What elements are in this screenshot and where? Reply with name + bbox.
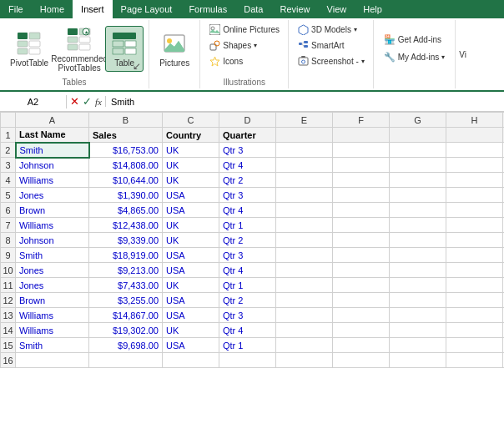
cell[interactable] — [390, 278, 446, 293]
screenshot-button[interactable]: Screenshot - ▾ — [294, 53, 368, 68]
cell[interactable] — [446, 308, 503, 323]
cell-reference-box[interactable]: A2 — [0, 95, 67, 109]
cell[interactable] — [276, 293, 333, 308]
cell[interactable] — [446, 353, 503, 368]
cell[interactable] — [276, 128, 333, 143]
cell[interactable] — [446, 278, 503, 293]
cell[interactable]: UK — [163, 323, 219, 338]
cell[interactable]: $9,698.00 — [89, 338, 163, 353]
cell[interactable] — [390, 233, 446, 248]
cell[interactable]: USA — [163, 248, 219, 263]
cell[interactable] — [446, 323, 503, 338]
cell[interactable] — [276, 143, 333, 158]
cell[interactable] — [390, 128, 446, 143]
cell[interactable] — [446, 233, 503, 248]
cell[interactable]: $14,808.00 — [89, 158, 163, 173]
tab-insert[interactable]: Insert — [73, 0, 113, 18]
cell[interactable] — [446, 158, 503, 173]
3d-models-button[interactable]: 3D Models ▾ — [294, 22, 368, 37]
row-header[interactable]: 1 — [1, 128, 16, 143]
cell[interactable] — [333, 308, 390, 323]
cell[interactable]: Williams — [16, 173, 89, 188]
cell[interactable]: $18,919.00 — [89, 248, 163, 263]
cancel-formula-icon[interactable]: ✕ — [70, 96, 79, 107]
cell[interactable]: Smith — [16, 338, 89, 353]
cell[interactable]: Qtr 3 — [219, 143, 276, 158]
col-header-f[interactable]: F — [333, 113, 390, 128]
cell[interactable] — [276, 308, 333, 323]
row-header[interactable]: 12 — [1, 293, 16, 308]
tab-review[interactable]: Review — [271, 0, 318, 18]
cell[interactable] — [333, 218, 390, 233]
row-header[interactable]: 2 — [1, 143, 16, 158]
row-header[interactable]: 4 — [1, 173, 16, 188]
cell[interactable]: $1,390.00 — [89, 188, 163, 203]
cell[interactable] — [333, 203, 390, 218]
cell[interactable]: $9,339.00 — [89, 233, 163, 248]
cell[interactable] — [276, 353, 333, 368]
cell[interactable] — [276, 203, 333, 218]
cell[interactable]: Smith — [16, 143, 89, 158]
cell[interactable]: Qtr 4 — [219, 158, 276, 173]
cell[interactable] — [446, 338, 503, 353]
col-header-g[interactable]: G — [390, 113, 446, 128]
cell[interactable] — [390, 248, 446, 263]
cell[interactable] — [333, 173, 390, 188]
cell[interactable] — [446, 218, 503, 233]
row-header[interactable]: 8 — [1, 233, 16, 248]
cell[interactable] — [333, 263, 390, 278]
cell[interactable]: Qtr 4 — [219, 263, 276, 278]
cell[interactable] — [446, 173, 503, 188]
cell[interactable]: UK — [163, 173, 219, 188]
cell[interactable]: USA — [163, 263, 219, 278]
cell[interactable] — [276, 278, 333, 293]
col-header-h[interactable]: H — [446, 113, 503, 128]
cell[interactable]: Qtr 3 — [219, 188, 276, 203]
cell[interactable]: Brown — [16, 203, 89, 218]
cell[interactable] — [276, 323, 333, 338]
tab-home[interactable]: Home — [32, 0, 73, 18]
cell[interactable] — [446, 188, 503, 203]
cell[interactable]: Brown — [16, 293, 89, 308]
cell[interactable] — [446, 248, 503, 263]
cell[interactable] — [446, 293, 503, 308]
cell[interactable]: Qtr 1 — [219, 338, 276, 353]
cell[interactable] — [390, 353, 446, 368]
cell[interactable]: Quarter — [219, 128, 276, 143]
cell[interactable] — [89, 353, 163, 368]
formula-input[interactable] — [106, 95, 504, 109]
cell[interactable]: Qtr 3 — [219, 308, 276, 323]
cell[interactable]: Williams — [16, 323, 89, 338]
cell[interactable]: UK — [163, 143, 219, 158]
cell[interactable] — [333, 143, 390, 158]
cell[interactable] — [276, 248, 333, 263]
cell[interactable] — [390, 143, 446, 158]
cell[interactable] — [333, 353, 390, 368]
col-header-e[interactable]: E — [276, 113, 333, 128]
cell[interactable] — [390, 173, 446, 188]
row-header[interactable]: 6 — [1, 203, 16, 218]
tab-help[interactable]: Help — [355, 0, 391, 18]
cell[interactable] — [390, 218, 446, 233]
tab-data[interactable]: Data — [235, 0, 271, 18]
cell[interactable] — [276, 188, 333, 203]
cell[interactable]: Qtr 2 — [219, 293, 276, 308]
cell[interactable]: Qtr 4 — [219, 323, 276, 338]
confirm-formula-icon[interactable]: ✓ — [83, 96, 92, 107]
row-header[interactable]: 11 — [1, 278, 16, 293]
cell[interactable]: Last Name — [16, 128, 89, 143]
online-pictures-button[interactable]: Online Pictures — [205, 22, 283, 37]
cell[interactable] — [390, 188, 446, 203]
cell[interactable]: USA — [163, 203, 219, 218]
cell[interactable]: Jones — [16, 263, 89, 278]
row-header[interactable]: 10 — [1, 263, 16, 278]
col-header-d[interactable]: D — [219, 113, 276, 128]
shapes-button[interactable]: Shapes ▾ — [205, 38, 283, 53]
cell[interactable] — [333, 338, 390, 353]
cell[interactable]: $12,438.00 — [89, 218, 163, 233]
cell[interactable]: USA — [163, 293, 219, 308]
cell[interactable] — [446, 143, 503, 158]
cell[interactable]: USA — [163, 338, 219, 353]
cell[interactable] — [276, 173, 333, 188]
table-button[interactable]: Table ↗ — [105, 26, 144, 72]
